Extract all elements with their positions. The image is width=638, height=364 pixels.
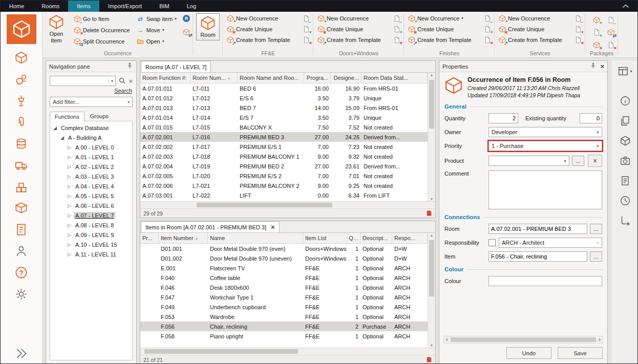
open-item-button[interactable]: Open Item [45,13,68,47]
history-panel-icon[interactable] [615,194,635,207]
rooms-row-a-07-02-002[interactable]: A.07.02.002L7-017PREMIUM E/S 17.007.23No… [140,142,428,152]
rooms-column-progra[interactable]: Progra... [304,73,331,83]
ribbon-tab-items[interactable]: Items [68,1,99,12]
ribbon-tab-bim[interactable]: BIM [151,1,178,12]
tree-item-a-10-level-15[interactable]: ▷A.10 - LEVEL 15 [50,240,132,249]
create-from-template-button-services[interactable]: ↗Create from Template× [497,34,583,45]
room-button[interactable]: Room [196,13,220,40]
create-unique-button-services[interactable]: ★Create Unique+ [497,24,583,34]
save-button[interactable]: Save [558,347,603,359]
rooms-column-room-num[interactable]: Room Num...▲ [190,73,238,83]
colour-field[interactable] [488,276,602,286]
tree-item-a-09-level-9[interactable]: ▷A.09 - LEVEL 9 [50,230,132,240]
tree-collapsed-icon[interactable]: ▷ [67,223,72,228]
scrollbar-thumb[interactable] [144,349,298,354]
tree-collapsed-icon[interactable]: ▷ [67,242,72,247]
create-unique-button-ff-e[interactable]: ★Create Unique+ [225,24,311,34]
rooms-row-a-07-02-006[interactable]: A.07.02.006L7-021PREMIUM BALCONY 29.009.… [140,181,428,190]
settings-icon[interactable] [13,286,30,302]
tree-collapsed-icon[interactable]: ▷ [67,194,72,199]
go-to-item-button[interactable]: →Go to Item [72,13,132,24]
tab-functions[interactable]: Functions [50,112,84,121]
package-link-button[interactable]: ⇄ [607,29,616,37]
items-column-descript[interactable]: Descript... [360,233,392,243]
scroll-down-icon[interactable]: ▼ [428,197,435,201]
rooms-module-icon[interactable] [13,49,30,66]
tree-collapsed-icon[interactable]: ▷ [67,232,72,238]
package-remove-button[interactable]: × [592,41,602,50]
box-link-button[interactable]: ⇄ [183,28,190,37]
room-browse-button[interactable]: ... [590,224,602,234]
items-row-d01-001[interactable]: D01.001Door Metal Double 970 (even)Doors… [140,244,428,253]
new-occurrence-button-finishes[interactable]: +New Occurrence▾→ [406,13,493,24]
product-browse-button[interactable]: ... [572,156,584,166]
create-from-template-button-finishes[interactable]: ↗Create from Template× [406,34,493,45]
scrollbar-thumb[interactable] [429,80,434,129]
items-column-respo[interactable]: Respo... [392,233,428,243]
comment-textarea[interactable] [488,170,602,209]
tree-item-a-02-level-2[interactable]: ▷A.02 - LEVEL 2 [50,162,132,172]
search-icon[interactable] [118,77,126,85]
rooms-horizontal-scrollbar[interactable] [140,201,435,208]
product-clear-button[interactable]: × [588,155,602,167]
items-row-f-047[interactable]: F.047Workchair Type 1FF&E1OptionalARCH [140,292,428,302]
package-copy-button[interactable]: → [607,16,616,25]
tree-item-a-00-level-0[interactable]: ▷A.00 - LEVEL 0 [50,142,132,152]
items-row-f-053[interactable]: F.053WardrobeFF&E1OptionalARCH [140,312,428,322]
ribbon-tab-rooms[interactable]: Rooms [33,1,68,12]
responsibility-select[interactable]: ARCH - Architect ▾ [499,238,602,248]
tree-collapsed-icon[interactable]: ▷ [67,164,72,169]
tree-collapsed-icon[interactable]: ▷ [67,203,72,208]
rooms-row-a-07-01-014[interactable]: A.07.01.014L7-014E/S 73.503.79Unique [140,113,428,122]
help-icon[interactable]: ? [13,264,30,281]
tree-item-complex-database[interactable]: ◢Complex Database [50,123,132,133]
ribbon-tab-log[interactable]: Log [178,1,205,12]
close-icon[interactable]: × [271,224,275,230]
priority-select[interactable]: 1 - Purchase ▾ [488,141,602,151]
copies-panel-icon[interactable] [615,114,635,127]
equipment-module-icon[interactable] [13,92,30,109]
revit-link-button[interactable]: R [183,15,190,22]
rooms-row-a-07-02-005[interactable]: A.07.02.005L7-020PREMIUM E/S 27.007.01No… [140,171,428,181]
tree-collapsed-icon[interactable]: ▷ [67,184,72,189]
tree-item-a-building-a[interactable]: ◢A - Building A [50,133,132,142]
split-occurrence-button[interactable]: ⇉Split Occurrence [72,36,132,47]
pin-icon[interactable] [590,62,597,70]
tree-item-a-08-level-8[interactable]: ▷A.08 - LEVEL 8 [50,220,132,230]
tree-item-a-04-level-4[interactable]: ▷A.04 - LEVEL 4 [50,181,132,191]
items-row-e-001[interactable]: E.001Flatscreen TVFF&E1OptionalARCH [140,263,428,273]
close-icon[interactable]: × [600,63,604,70]
scroll-left-icon[interactable]: ‹ [444,336,450,343]
package-add-button[interactable]: + [592,29,602,37]
create-from-template-button-doors-windows[interactable]: ↗Create from Template× [315,34,402,45]
bookmark-icon[interactable] [426,210,432,217]
items-column-item-list[interactable]: Item List [303,233,347,243]
rooms-row-a-07-03-001[interactable]: A.07.03.001L7-022LIFT0.006.34From LIFT [140,190,428,200]
items-row-d01-002[interactable]: D01.002Door Metal Double 970 (uneven)Doo… [140,253,428,263]
tree-collapsed-icon[interactable]: ▷ [67,155,72,160]
create-unique-button-doors-windows[interactable]: ★Create Unique+ [315,24,402,34]
attachments-module-icon[interactable] [13,114,30,130]
items-column-pr[interactable]: Pr... [140,233,159,243]
package-delete-button[interactable]: × [607,41,616,50]
rooms-row-a-07-01-013[interactable]: A.07.01.013L7-013BED 714.0015.09From HRS… [140,103,428,113]
tree-collapsed-icon[interactable]: ▷ [67,174,72,179]
rooms-row-a-07-02-004[interactable]: A.07.02.004L7-019PREMIUM BED 227.0023.61… [140,161,428,171]
items-column-q[interactable]: Q... [347,233,360,243]
tree-expanded-icon[interactable]: ◢ [52,125,58,131]
new-occurrence-button-ff-e[interactable]: +New Occurrence→ [225,13,311,24]
tree-expanded-icon[interactable]: ◢ [59,135,65,140]
clear-search-icon[interactable]: × [129,77,133,85]
new-occurrence-button-doors-windows[interactable]: +New Occurrence→ [315,13,402,24]
items-row-f-046[interactable]: F.046Desk 1800x600FF&E1OptionalARCH [140,283,428,292]
tab-rooms-list[interactable]: Rooms [A.07 - LEVEL 7] [141,61,211,72]
rooms-column-room-name-and-roo[interactable]: Room Name and Roo... [238,73,304,83]
item-browse-button[interactable]: ... [590,251,602,262]
layout-selector-icon[interactable]: ▾ [615,65,635,78]
model-panel-icon[interactable] [615,134,635,147]
open-button[interactable]: Open▾ [135,36,178,47]
tree-item-a-01-level-1[interactable]: ▷A.01 - LEVEL 1 [50,152,132,162]
packages-module-icon[interactable] [13,200,30,216]
tree-item-a-03-level-3[interactable]: ▷A.03 - LEVEL 3 [50,172,132,181]
rooms-column-room-data-stat[interactable]: Room Data Stat... [361,73,428,83]
